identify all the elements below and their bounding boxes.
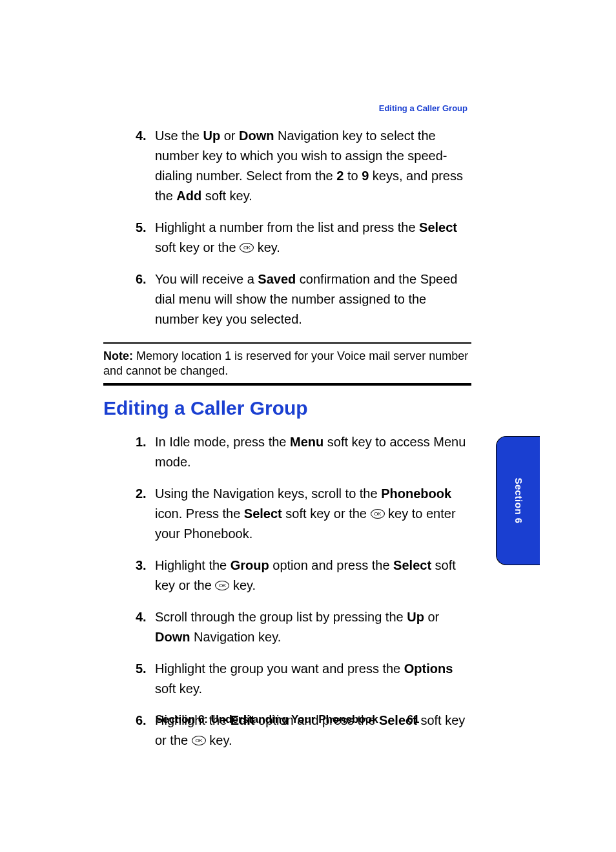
bold-text: Down [155,630,190,644]
running-header: Editing a Caller Group [379,103,467,113]
body-text: soft key or the [155,240,240,255]
manual-page: Editing a Caller Group 4.Use the Up or D… [0,0,616,852]
section-side-tab: Section 6 [496,436,540,565]
bold-text: Options [404,661,453,676]
bold-text: Up [407,610,424,624]
body-text: key. [206,733,232,747]
body-text: Using the Navigation keys, scroll to the [155,486,381,501]
bold-text: Phonebook [381,486,451,501]
bold-text: Up [203,129,220,143]
step-number: 2. [136,484,147,504]
body-text: Use the [155,129,203,143]
page-footer: Section 6: Understanding Your Phonebook … [103,713,471,726]
body-text: or [424,610,439,624]
step-list-bottom: 1.In Idle mode, press the Menu soft key … [103,432,471,751]
bold-text: 9 [362,169,369,183]
body-text: Scroll through the group list by pressin… [155,610,407,624]
step-item: 2.Using the Navigation keys, scroll to t… [103,484,471,544]
bold-text: Select [393,558,431,572]
step-number: 1. [136,432,147,452]
ok-key-icon: OK [215,581,229,590]
note-text: Memory location 1 is reserved for your V… [103,349,468,377]
ok-key-icon: OK [192,736,206,745]
note-paragraph: Note: Memory location 1 is reserved for … [103,349,471,378]
bold-text: Select [244,506,282,521]
bold-text: Down [239,129,274,143]
ok-key-icon: OK [240,243,254,253]
body-text: icon. Press the [155,506,244,521]
body-text: key. [229,578,256,592]
bold-text: Group [231,558,269,572]
step-item: 5.Highlight a number from the list and p… [103,218,471,258]
step-item: 1.In Idle mode, press the Menu soft key … [103,432,471,472]
step-number: 6. [136,269,147,289]
bold-text: Saved [258,272,296,286]
step-list-top: 4.Use the Up or Down Navigation key to s… [103,126,471,329]
step-number: 5. [136,218,147,238]
body-text: soft key. [155,681,202,696]
bold-text: Select [419,220,457,234]
body-text: Highlight the group you want and press t… [155,661,404,676]
step-item: 5.Highlight the group you want and press… [103,659,471,699]
rule-heavy [103,383,471,386]
step-number: 4. [136,126,147,146]
body-text: soft key or the [282,506,371,521]
body-text: or [220,129,239,143]
body-text: soft key. [201,189,252,203]
step-number: 5. [136,659,147,679]
footer-section-title: Section 6: Understanding Your Phonebook [156,713,378,725]
bold-text: Menu [290,435,323,449]
footer-page-number: 61 [407,713,419,726]
body-text: In Idle mode, press the [155,435,290,449]
body-text: to [344,169,362,183]
body-text: Navigation key. [190,630,281,644]
step-number: 4. [136,607,147,627]
body-text: key. [254,240,280,255]
step-item: 3.Highlight the Group option and press t… [103,556,471,596]
rule-thin [103,342,471,344]
bold-text: Add [176,189,201,203]
body-text: option and press the [269,558,393,572]
side-tab-label: Section 6 [513,477,524,523]
section-heading: Editing a Caller Group [103,397,471,419]
step-item: 4.Use the Up or Down Navigation key to s… [103,126,471,206]
step-number: 3. [136,556,147,576]
ok-key-icon: OK [371,509,385,519]
step-item: 6.You will receive a Saved confirmation … [103,269,471,329]
body-text: Highlight the [155,558,231,572]
page-body-column: 4.Use the Up or Down Navigation key to s… [103,126,471,762]
body-text: You will receive a [155,272,258,286]
step-item: 4.Scroll through the group list by press… [103,607,471,647]
bold-text: 2 [336,169,344,183]
note-label: Note: [103,349,133,362]
body-text: Highlight a number from the list and pre… [155,220,419,234]
